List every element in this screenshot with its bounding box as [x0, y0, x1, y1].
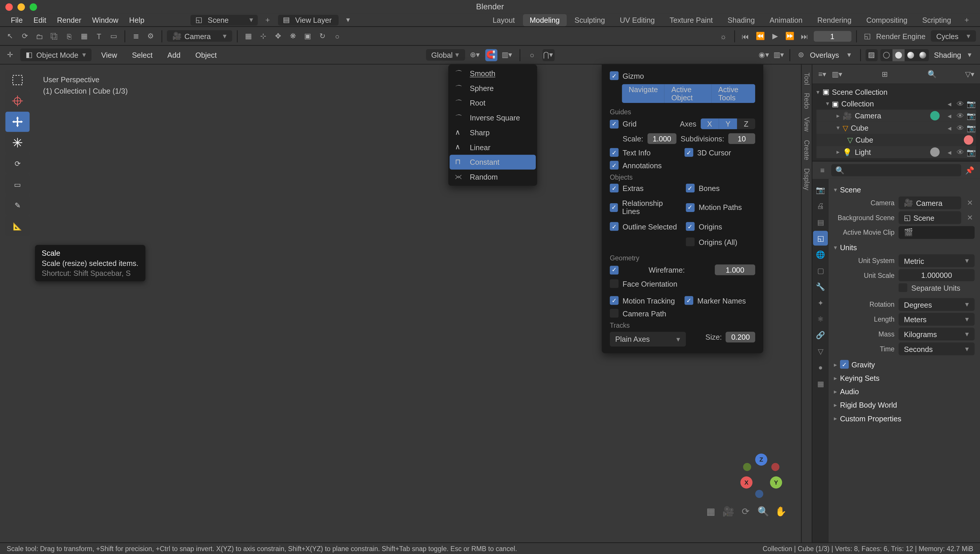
pan-icon[interactable]: ✋	[774, 505, 787, 518]
axis-y-neg[interactable]	[743, 463, 751, 471]
camera-view-icon[interactable]: 🎥	[722, 505, 735, 518]
tool-transform[interactable]: ▭	[5, 174, 29, 194]
tab-layout[interactable]: Layout	[486, 14, 521, 26]
pt-particles[interactable]: ✦	[813, 295, 828, 310]
pt-texture[interactable]: ▦	[813, 376, 828, 391]
clear-bgscene[interactable]: ✕	[965, 212, 974, 224]
overlays-dropdown[interactable]: ▾	[843, 49, 856, 61]
tool-scale[interactable]: ⟳	[5, 153, 29, 174]
mode-selector[interactable]: ◧ Object Mode ▾	[20, 48, 92, 61]
forward-icon[interactable]: ⏩	[784, 30, 796, 42]
pt-physics[interactable]: ⚛	[813, 311, 828, 326]
eye-icon[interactable]: 👁	[956, 99, 965, 108]
sec-units[interactable]: ▾Units	[834, 241, 974, 254]
rewind-icon[interactable]: ⏪	[754, 30, 766, 42]
val-time[interactable]: Seconds▾	[899, 342, 975, 355]
axis-x[interactable]: X	[700, 118, 719, 129]
tab-uv[interactable]: UV Editing	[613, 14, 661, 26]
shading-label[interactable]: Shading	[934, 51, 961, 59]
ntab-redo[interactable]: Redo	[802, 89, 811, 113]
link-icon[interactable]: ⎘	[63, 30, 75, 42]
falloff-random[interactable]: ⩙Random	[450, 170, 536, 185]
sec-gravity[interactable]: ▸✓Gravity	[834, 357, 974, 371]
chk-markernames[interactable]: ✓	[685, 296, 693, 305]
gizmo-icon[interactable]: ▥▾	[773, 49, 785, 61]
falloff-constant[interactable]: ⊓Constant	[450, 155, 536, 170]
tool-rotate[interactable]	[5, 133, 29, 153]
axis-x-pos[interactable]	[740, 476, 752, 489]
props-search[interactable]: 🔍	[831, 164, 961, 177]
tracks-type[interactable]: Plain Axes▾	[610, 332, 686, 347]
add-workspace[interactable]: ＋	[959, 13, 974, 27]
tab-modeling[interactable]: Modeling	[523, 14, 566, 26]
render-engine-selector[interactable]: Cycles ▾	[931, 30, 976, 42]
vh-add[interactable]: Add	[162, 49, 186, 60]
chk-gravity[interactable]: ✓	[840, 360, 849, 369]
menu-render[interactable]: Render	[52, 14, 87, 25]
skip-end-icon[interactable]: ⏭	[798, 30, 811, 42]
val-length[interactable]: Meters▾	[899, 313, 975, 326]
folder-icon[interactable]: 🗀	[33, 30, 46, 42]
shading-dropdown[interactable]: ▾	[964, 49, 976, 61]
scale-icon[interactable]: ❋	[287, 30, 299, 42]
pt-render[interactable]: 📷	[813, 182, 828, 197]
tab-animation[interactable]: Animation	[763, 14, 809, 26]
pt-object[interactable]: ▢	[813, 263, 828, 278]
chk-grid[interactable]: ✓	[610, 119, 618, 128]
sec-scene[interactable]: ▾Scene	[834, 183, 974, 196]
pt-world[interactable]: 🌐	[813, 247, 828, 262]
sec-custom[interactable]: ▸Custom Properties	[834, 412, 974, 425]
render-icon[interactable]: 📷	[967, 99, 976, 108]
falloff-sharp[interactable]: ∧Sharp	[450, 125, 536, 140]
falloff-invsq[interactable]: ⌒Inverse Square	[450, 110, 536, 125]
minimize-window[interactable]	[18, 3, 25, 10]
chk-outlinesel[interactable]: ✓	[610, 222, 618, 231]
play-icon[interactable]: ▶	[769, 30, 781, 42]
xray-bg[interactable]: ▨	[865, 49, 878, 61]
outliner-display-icon[interactable]: ▥▾	[831, 68, 843, 80]
scene-icon[interactable]: ◱	[861, 30, 873, 42]
tab-texpaint[interactable]: Texture Paint	[663, 14, 720, 26]
chk-bones[interactable]: ✓	[686, 184, 695, 193]
sec-rigid[interactable]: ▸Rigid Body World	[834, 398, 974, 412]
ol-camera[interactable]: ▸🎥 Camera ◂👁📷	[816, 110, 976, 122]
val-clip[interactable]: 🎬	[899, 226, 975, 239]
new-scene-btn[interactable]: ＋	[261, 14, 274, 26]
chk-textinfo[interactable]: ✓	[610, 148, 618, 157]
axis-y[interactable]: Y	[719, 118, 737, 129]
val-unitscale[interactable]: 1.000000	[899, 269, 975, 281]
chk-origins[interactable]: ✓	[686, 222, 695, 231]
ol-cube-mesh[interactable]: ▽ Cube	[816, 134, 976, 146]
menu-window[interactable]: Window	[87, 14, 124, 25]
chk-motion[interactable]: ✓	[686, 203, 695, 212]
ol-collection[interactable]: ▾▣ Collection ◂👁📷	[816, 98, 976, 110]
val-mass[interactable]: Kilograms▾	[899, 328, 975, 341]
copy-icon[interactable]: ⿻	[48, 30, 61, 42]
pt-material[interactable]: ●	[813, 360, 828, 375]
pt-viewlayer[interactable]: ▤	[813, 215, 828, 229]
chk-3dcursor[interactable]: ✓	[685, 148, 693, 157]
frame-input[interactable]: 1	[813, 30, 851, 41]
ol-cube[interactable]: ▾▽ Cube ◂👁📷	[816, 122, 976, 134]
chk-sepunits[interactable]	[899, 283, 907, 292]
ntab-view[interactable]: View	[802, 113, 811, 135]
vh-select[interactable]: Select	[127, 49, 158, 60]
tool-measure[interactable]: 📐	[5, 216, 29, 236]
shade-wireframe[interactable]	[880, 49, 892, 61]
pt-modifier[interactable]: 🔧	[813, 279, 828, 294]
outliner-root[interactable]: ▾▣ Scene Collection	[816, 86, 976, 97]
falloff-icon[interactable]: ⋂▾	[542, 49, 555, 61]
overlays-label[interactable]: Overlays	[810, 51, 839, 59]
image-icon[interactable]: ▦	[78, 30, 91, 42]
snap-toggle[interactable]: 🧲	[485, 49, 497, 61]
ntab-tool[interactable]: Tool	[802, 68, 811, 89]
viewport[interactable]: ⟳ ▭ ✎ 📐 Scale Scale (resize) selected it…	[0, 65, 801, 542]
viewlayer-dropdown[interactable]: ▾	[343, 14, 355, 26]
axis-y-pos[interactable]	[770, 476, 782, 489]
rotate-icon[interactable]: ↻	[317, 30, 329, 42]
pill-activetools[interactable]: Active Tools	[712, 84, 755, 103]
chk-wireframe[interactable]: ✓	[610, 265, 618, 274]
pt-constraints[interactable]: 🔗	[813, 328, 828, 342]
grid-icon[interactable]: ▦	[242, 30, 255, 42]
persp-icon[interactable]: ▦	[704, 505, 717, 518]
